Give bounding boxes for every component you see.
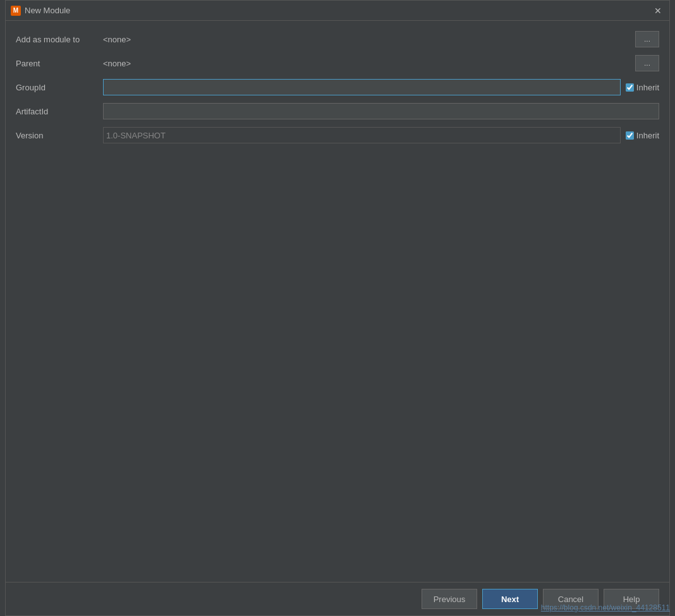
previous-button[interactable]: Previous xyxy=(422,589,477,609)
add-as-module-label: Add as module to xyxy=(16,35,98,44)
dialog-icon-letter: M xyxy=(13,7,18,14)
artifact-id-input[interactable] xyxy=(103,103,659,119)
version-inherit-checkbox[interactable] xyxy=(626,131,634,140)
dialog-content: Add as module to <none> ... Parent <none… xyxy=(6,21,669,582)
parent-value: <none> xyxy=(103,59,630,68)
add-as-module-row: Add as module to <none> ... xyxy=(16,31,659,47)
group-id-inherit-checkbox[interactable] xyxy=(626,83,634,92)
version-input[interactable] xyxy=(103,127,621,143)
add-as-module-browse-button[interactable]: ... xyxy=(635,31,659,47)
add-as-module-value: <none> xyxy=(103,35,630,44)
watermark-url: https://blog.csdn.net/weixin_44128511 xyxy=(541,603,670,612)
dialog-title-left: M New Module xyxy=(11,6,70,16)
content-spacer xyxy=(16,151,659,572)
group-id-input[interactable] xyxy=(103,79,621,95)
group-id-row: GroupId Inherit xyxy=(16,79,659,95)
version-inherit-check: Inherit xyxy=(626,131,659,140)
artifact-id-row: ArtifactId xyxy=(16,103,659,119)
dialog-icon: M xyxy=(11,6,21,16)
version-row: Version Inherit xyxy=(16,127,659,143)
close-button[interactable]: ✕ xyxy=(652,4,664,17)
new-module-dialog: M New Module ✕ Add as module to <none> .… xyxy=(5,0,670,616)
dialog-titlebar: M New Module ✕ xyxy=(6,1,669,21)
group-id-inherit-check: Inherit xyxy=(626,83,659,92)
next-button[interactable]: Next xyxy=(482,589,538,609)
version-label: Version xyxy=(16,131,98,140)
artifact-id-label: ArtifactId xyxy=(16,107,98,116)
dialog-title: New Module xyxy=(25,6,70,15)
group-id-inherit-label[interactable]: Inherit xyxy=(636,83,659,92)
parent-row: Parent <none> ... xyxy=(16,55,659,71)
parent-label: Parent xyxy=(16,59,98,68)
group-id-label: GroupId xyxy=(16,83,98,92)
version-inherit-label[interactable]: Inherit xyxy=(636,131,659,140)
parent-browse-button[interactable]: ... xyxy=(635,55,659,71)
